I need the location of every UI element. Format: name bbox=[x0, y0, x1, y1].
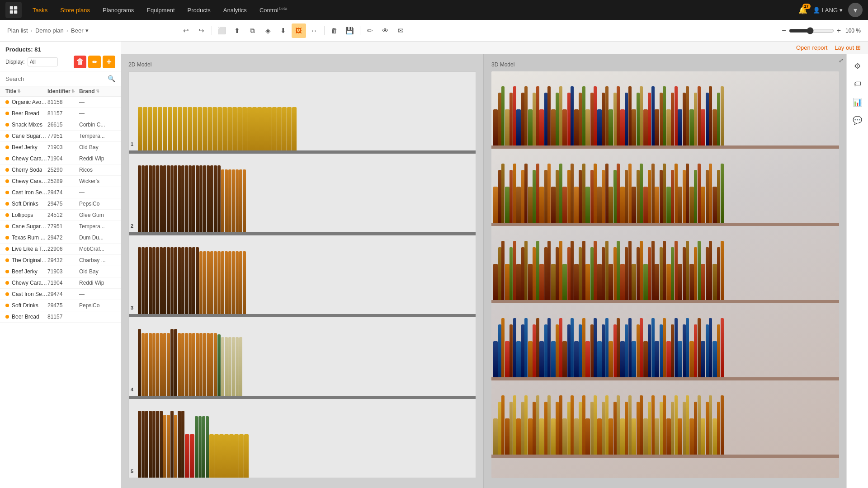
send-button[interactable]: ✉ bbox=[394, 23, 408, 38]
save-button[interactable]: 💾 bbox=[343, 23, 357, 38]
nav-planograms[interactable]: Planograms bbox=[97, 4, 139, 16]
product-row[interactable]: The Original Texas Whisky 29432 Charbay … bbox=[0, 255, 121, 266]
3d-shelf-item bbox=[547, 318, 551, 377]
edit-products-button[interactable]: ✏ bbox=[88, 56, 101, 68]
3d-shelf-item bbox=[602, 93, 605, 145]
swap-button[interactable]: ↔ bbox=[307, 23, 321, 38]
3d-shelf-item bbox=[533, 402, 536, 455]
3d-shelf-item bbox=[686, 318, 689, 377]
3d-shelf-item bbox=[643, 418, 648, 455]
product-row[interactable]: Cast Iron Seasoning 29474 — bbox=[0, 289, 121, 300]
trash-button[interactable]: 🗑 bbox=[327, 23, 342, 38]
pen-button[interactable]: ✏ bbox=[363, 23, 377, 38]
upload-button[interactable]: ⬆ bbox=[230, 23, 245, 38]
3d-shelf-item bbox=[648, 324, 651, 377]
tag-button[interactable]: ◈ bbox=[261, 23, 275, 38]
shelf-number: 1 bbox=[131, 141, 133, 147]
product-row[interactable]: Soft Drinks 29475 PepsiCo bbox=[0, 198, 121, 210]
3d-shelf-item bbox=[660, 247, 663, 300]
breadcrumb-plan-list[interactable]: Plan list bbox=[7, 27, 28, 34]
product-row[interactable]: Snack Mixes 26615 Corbin C... bbox=[0, 119, 121, 131]
product-row[interactable]: Cane Sugar Sodas 77951 Tempera... bbox=[0, 221, 121, 232]
download-button[interactable]: ⬇ bbox=[276, 23, 291, 38]
product-row[interactable]: Cherry Soda 25290 Ricos bbox=[0, 164, 121, 176]
product-row[interactable]: Cast Iron Seasoning 29474 — bbox=[0, 187, 121, 198]
shelf-product-item bbox=[267, 107, 272, 150]
product-row[interactable]: Beef Jerky 71903 Old Bay bbox=[0, 142, 121, 153]
app-logo[interactable] bbox=[5, 2, 22, 18]
nav-products[interactable]: Products bbox=[182, 4, 216, 16]
display-select[interactable]: All On shelf Off shelf bbox=[28, 57, 58, 66]
product-row[interactable]: Beef Jerky 71903 Old Bay bbox=[0, 266, 121, 277]
2d-shelf-visual[interactable]: 12345 bbox=[128, 71, 476, 478]
select-button[interactable]: ⬜ bbox=[215, 23, 229, 38]
product-row[interactable]: Lollipops 24512 Glee Gum bbox=[0, 210, 121, 221]
product-row[interactable]: Live Like a Texan 22906 MobCraf... bbox=[0, 244, 121, 255]
nav-control[interactable]: Controlbeta bbox=[254, 4, 292, 16]
3d-shelf-item bbox=[501, 395, 505, 455]
3d-shelf-item bbox=[651, 86, 655, 145]
col-brand[interactable]: Brand ⇅ bbox=[79, 88, 115, 94]
zoom-slider[interactable] bbox=[789, 27, 834, 34]
shelf-product-item bbox=[167, 247, 170, 314]
delete-products-button[interactable]: 🗑 bbox=[74, 56, 86, 68]
product-row[interactable]: Soft Drinks 29475 PepsiCo bbox=[0, 300, 121, 311]
nav-analytics[interactable]: Analytics bbox=[218, 4, 252, 16]
chart-panel-button[interactable]: 📊 bbox=[849, 94, 866, 110]
shelf-product-item bbox=[262, 107, 267, 150]
nav-tasks[interactable]: Tasks bbox=[27, 4, 53, 16]
breadcrumb-demo-plan[interactable]: Demo plan bbox=[35, 27, 64, 34]
search-input[interactable] bbox=[5, 75, 105, 82]
expand-3d-icon[interactable]: ⤢ bbox=[839, 57, 844, 64]
shelf-product-item bbox=[272, 107, 277, 150]
3d-shelf-item bbox=[655, 341, 659, 377]
product-row[interactable]: Beer Bread 81157 — bbox=[0, 311, 121, 323]
product-row[interactable]: Cane Sugar Sodas 77951 Tempera... bbox=[0, 131, 121, 142]
shelf-product-item bbox=[193, 107, 197, 150]
settings-panel-button[interactable]: ⚙ bbox=[849, 58, 866, 74]
product-row[interactable]: Texas Rum by Kiepersol 29472 Dum Du... bbox=[0, 232, 121, 244]
nav-store-plans[interactable]: Store plans bbox=[55, 4, 95, 16]
add-product-button[interactable]: + bbox=[103, 56, 115, 68]
3d-shelf-item bbox=[666, 187, 671, 223]
product-row[interactable]: Chewy Caramel Snack Stic... 25289 Wicker… bbox=[0, 176, 121, 187]
product-row[interactable]: Chewy Caramels with a Cr... 71904 Reddi … bbox=[0, 277, 121, 289]
product-row[interactable]: Organic Avocado Oil 81158 — bbox=[0, 97, 121, 108]
nav-equipment[interactable]: Equipment bbox=[141, 4, 180, 16]
3d-shelf-item bbox=[536, 395, 539, 455]
open-report-link[interactable]: Open report bbox=[796, 44, 827, 51]
breadcrumb-current[interactable]: Beer ▾ bbox=[71, 27, 88, 34]
undo-button[interactable]: ↩ bbox=[179, 23, 193, 38]
col-title[interactable]: Title ⇅ bbox=[5, 88, 47, 94]
chat-panel-button[interactable]: 💬 bbox=[849, 112, 866, 128]
3d-shelf-item bbox=[536, 318, 539, 377]
user-avatar[interactable]: ▾ bbox=[848, 3, 863, 17]
notification-bell[interactable]: 🔔 17 bbox=[798, 6, 807, 14]
3d-shelf-visual[interactable] bbox=[491, 71, 839, 478]
shelf-product-item bbox=[181, 333, 184, 396]
shelf-product-item bbox=[228, 251, 231, 314]
shelf-product-item bbox=[208, 107, 212, 150]
copy-button[interactable]: ⧉ bbox=[245, 23, 260, 38]
shelf-product-item bbox=[138, 165, 141, 232]
col-identifier[interactable]: Identifier ⇅ bbox=[47, 88, 79, 94]
zoom-in-icon[interactable]: + bbox=[837, 27, 841, 35]
language-selector[interactable]: 👤 LANG ▾ bbox=[813, 7, 843, 14]
tag-panel-button[interactable]: 🏷 bbox=[849, 76, 866, 92]
image-button[interactable]: 🖼 bbox=[292, 23, 306, 38]
3d-shelf-item bbox=[686, 241, 689, 300]
3d-shelf-item bbox=[547, 86, 551, 145]
shelf-product-item bbox=[185, 434, 189, 478]
3d-shelf-item bbox=[620, 187, 625, 223]
zoom-out-icon[interactable]: − bbox=[782, 27, 786, 35]
product-row[interactable]: Chewy Caramels with a Cr... 71904 Reddi … bbox=[0, 153, 121, 164]
toolbar-sep-2 bbox=[324, 26, 325, 35]
3d-shelf-item bbox=[605, 86, 609, 145]
product-row[interactable]: Beer Bread 81157 — bbox=[0, 108, 121, 119]
shelf-product-item bbox=[149, 333, 152, 396]
3d-shelf-item bbox=[551, 109, 556, 145]
eye-button[interactable]: 👁 bbox=[378, 23, 393, 38]
redo-button[interactable]: ↪ bbox=[194, 23, 209, 38]
shelf-product-item bbox=[185, 165, 188, 232]
layout-button[interactable]: Lay out ⊞ bbox=[835, 44, 861, 51]
